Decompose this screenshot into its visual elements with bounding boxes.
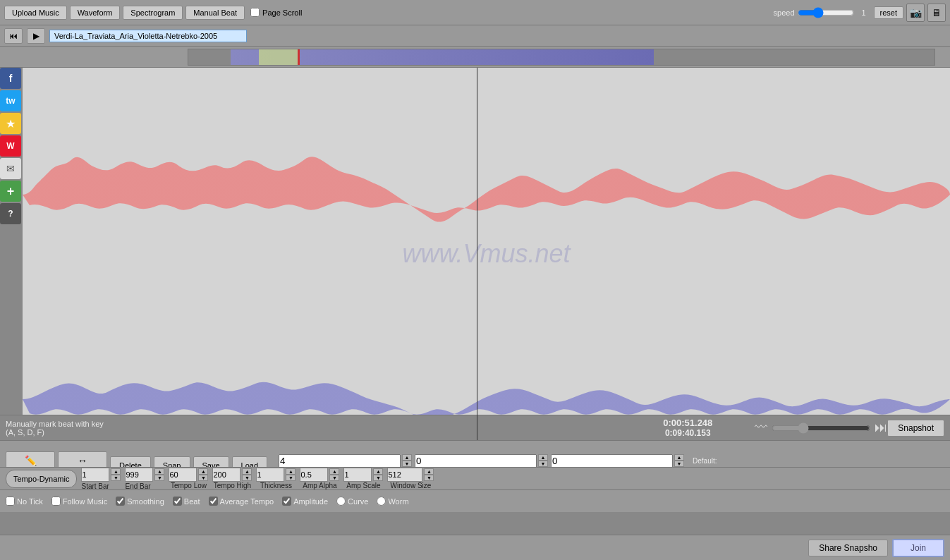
reset-button[interactable]: reset: [874, 6, 903, 19]
fast-forward-icon[interactable]: ⏭: [875, 420, 887, 435]
thickness-down[interactable]: ▼: [286, 475, 296, 481]
mini-wave-cursor: [298, 49, 300, 65]
smoothing-label: Smoothing: [127, 497, 164, 506]
beat-offset-up[interactable]: ▲: [538, 454, 548, 461]
amplitude-checkbox[interactable]: [282, 497, 291, 506]
no-tick-checkbox[interactable]: [6, 497, 15, 506]
amp-alpha-up[interactable]: ▲: [329, 468, 339, 475]
amp-scale-down[interactable]: ▼: [373, 475, 383, 481]
tempo-low-down[interactable]: ▼: [198, 475, 208, 481]
beats-per-bar-input[interactable]: [279, 454, 401, 468]
playback-controls: 〰 ⏭: [755, 420, 887, 435]
amp-scale-input[interactable]: [343, 468, 372, 482]
worm-item[interactable]: Worm: [377, 497, 408, 506]
twitter-icon[interactable]: tw: [0, 90, 21, 111]
bar-offset-down[interactable]: ▼: [674, 461, 684, 467]
default-label: Default:: [693, 457, 717, 465]
follow-music-checkbox[interactable]: [51, 497, 61, 506]
beat-checkbox[interactable]: [173, 497, 182, 506]
facebook-icon[interactable]: f: [0, 68, 21, 89]
window-size-down[interactable]: ▼: [424, 475, 434, 481]
star-icon[interactable]: ★: [0, 113, 21, 134]
start-bar-label: Start Bar: [81, 482, 109, 490]
end-bar-input[interactable]: [125, 468, 153, 482]
upload-music-button[interactable]: Upload Music: [4, 6, 67, 20]
tempo-high-input[interactable]: [212, 468, 240, 482]
average-tempo-item[interactable]: Average Tempo: [209, 497, 274, 506]
share-snapshot-button[interactable]: Share Snapsho: [808, 540, 888, 556]
camera-icon-button[interactable]: 📷: [906, 4, 925, 22]
snapshot-button[interactable]: Snapshot: [887, 420, 944, 437]
manual-beat-button[interactable]: Manual Beat: [185, 6, 245, 20]
start-bar-input[interactable]: [81, 468, 109, 482]
window-size-label: Window Size: [391, 482, 432, 489]
amp-alpha-down[interactable]: ▼: [329, 475, 339, 481]
main-waveform-area[interactable]: www.Vmus.net: [23, 68, 950, 440]
beats-per-bar-stepper: ▲ ▼: [279, 454, 412, 468]
spectrogram-button[interactable]: Spectrogram: [123, 6, 183, 20]
no-tick-label: No Tick: [17, 497, 43, 506]
bar-offset-up[interactable]: ▲: [674, 454, 684, 461]
tempo-high-up[interactable]: ▲: [242, 468, 252, 475]
end-bar-down[interactable]: ▼: [154, 475, 164, 481]
beat-offset-down[interactable]: ▼: [538, 461, 548, 467]
weibo-icon[interactable]: W: [0, 135, 21, 157]
start-bar-up[interactable]: ▲: [111, 468, 121, 475]
tempo-low-up[interactable]: ▲: [198, 468, 208, 475]
top-toolbar: Upload Music Waveform Spectrogram Manual…: [0, 0, 950, 25]
worm-label: Worm: [388, 497, 408, 506]
tempo-dynamic-button[interactable]: Tempo-Dynamic: [6, 470, 77, 488]
waveform-button[interactable]: Waveform: [70, 6, 121, 20]
thickness-up[interactable]: ▲: [286, 468, 296, 475]
bar-offset-input[interactable]: [551, 454, 673, 468]
speed-slider-top[interactable]: [798, 7, 854, 18]
curve-label: Curve: [348, 497, 368, 506]
curve-item[interactable]: Curve: [336, 497, 368, 506]
beat-item[interactable]: Beat: [173, 497, 200, 506]
beats-per-bar-down[interactable]: ▼: [402, 461, 412, 467]
help-icon[interactable]: ?: [0, 203, 21, 224]
filename-row: ⏮ ▶ Verdi-La_Traviata_Aria_Violetta-Netr…: [0, 25, 950, 47]
beats-per-bar-up[interactable]: ▲: [402, 454, 412, 461]
worm-radio[interactable]: [377, 497, 386, 506]
mail-icon[interactable]: ✉: [0, 158, 21, 179]
monitor-icon-button[interactable]: 🖥: [927, 4, 946, 22]
speed-value: 1: [857, 8, 871, 17]
join-button[interactable]: Join: [892, 539, 944, 557]
amp-scale-up[interactable]: ▲: [373, 468, 383, 475]
mini-waveform-container[interactable]: [188, 49, 935, 66]
wave-icon: 〰: [755, 420, 767, 435]
speed-label: speed: [774, 8, 795, 17]
smoothing-item[interactable]: Smoothing: [116, 497, 164, 506]
window-size-up[interactable]: ▲: [424, 468, 434, 475]
no-tick-item[interactable]: No Tick: [6, 497, 43, 506]
amp-alpha-label: Amp Alpha: [303, 482, 336, 489]
end-bar-up[interactable]: ▲: [154, 468, 164, 475]
filename-input[interactable]: Verdi-La_Traviata_Aria_Violetta-Netrebko…: [49, 30, 247, 42]
amplitude-item[interactable]: Amplitude: [282, 497, 328, 506]
thickness-input[interactable]: [256, 468, 284, 482]
follow-music-label: Follow Music: [63, 497, 108, 506]
beat-offset-input[interactable]: [415, 454, 537, 468]
page-scroll-area: Page Scroll: [250, 8, 302, 17]
tempo-low-label: Tempo Low: [171, 482, 207, 489]
checkbox-bar: No Tick Follow Music Smoothing Beat Aver…: [0, 489, 950, 512]
plus-icon[interactable]: +: [0, 181, 21, 202]
tempo-high-down[interactable]: ▼: [242, 475, 252, 481]
start-bar-down[interactable]: ▼: [111, 475, 121, 481]
curve-radio[interactable]: [336, 497, 346, 506]
time-current: 0:00:51.248: [635, 418, 741, 428]
follow-music-item[interactable]: Follow Music: [51, 497, 108, 506]
mini-waveform-bar[interactable]: [0, 47, 950, 68]
average-tempo-checkbox[interactable]: [209, 497, 218, 506]
tempo-low-input[interactable]: [169, 468, 197, 482]
window-size-input[interactable]: [387, 468, 422, 482]
skip-back-button[interactable]: ⏮: [4, 28, 23, 44]
amp-alpha-input[interactable]: [300, 468, 328, 482]
page-scroll-checkbox[interactable]: [250, 8, 260, 17]
playback-speed-slider[interactable]: [772, 422, 870, 434]
smoothing-checkbox[interactable]: [116, 497, 125, 506]
average-tempo-label: Average Tempo: [220, 497, 274, 506]
status-hint: Manually mark beat with key (A, S, D, F): [6, 420, 635, 437]
play-button[interactable]: ▶: [27, 28, 45, 44]
